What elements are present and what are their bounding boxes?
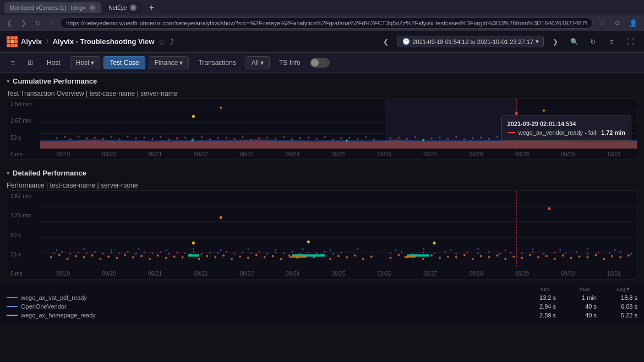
svg-point-95: [116, 257, 118, 259]
app-logo: Alyvix: [7, 36, 42, 47]
finance-dropdown[interactable]: Finance ▾: [149, 56, 189, 69]
home-button[interactable]: ⌂: [47, 18, 56, 28]
legend-header: min max avg▼: [7, 286, 637, 293]
x-label-7: 09/26: [378, 151, 391, 157]
host-label: Host: [47, 59, 61, 67]
svg-point-101: [165, 257, 167, 259]
chart2-inner[interactable]: [40, 191, 637, 268]
menu-button[interactable]: ≡: [604, 35, 619, 49]
logo-grid-icon: [7, 36, 18, 47]
svg-point-109: [231, 258, 233, 260]
next-time-button[interactable]: ❯: [548, 35, 563, 49]
svg-point-121: [329, 258, 331, 260]
star-icon[interactable]: ☆: [159, 37, 166, 46]
legend-row-1[interactable]: OpenOneVendor 2.94 s 40 s 6.08 s: [7, 302, 637, 311]
svg-point-211: [587, 253, 588, 255]
all-dropdown[interactable]: All ▾: [245, 56, 270, 69]
svg-point-144: [529, 254, 531, 256]
svg-point-207: [543, 253, 544, 255]
search-button[interactable]: 🔍: [567, 35, 581, 49]
svg-point-75: [346, 139, 348, 141]
svg-point-225: [302, 248, 304, 250]
view-grid-button[interactable]: ⊞: [23, 56, 37, 70]
svg-point-159: [69, 253, 71, 255]
address-bar-input[interactable]: [60, 18, 593, 29]
extension-button[interactable]: ⚙: [612, 18, 623, 28]
y-label-2: 50 s: [10, 135, 37, 141]
svg-point-77: [192, 115, 195, 118]
transactions-button[interactable]: Transactions: [192, 56, 242, 69]
svg-point-171: [168, 253, 170, 255]
bookmark-button[interactable]: ☆: [597, 18, 608, 28]
x-label-4: 09/23: [240, 151, 254, 157]
svg-rect-245: [289, 256, 305, 257]
chart1-inner[interactable]: + 2021-09-29 02:01:14.534 wego_ax_vendor…: [40, 99, 637, 149]
detailed-section-title: Detailed Performance: [13, 169, 86, 177]
svg-point-160: [78, 251, 79, 253]
legend-row-2[interactable]: wego_ax_homepage_ready 2.59 s 40 s 5.22 …: [7, 311, 637, 320]
tab-1-close[interactable]: ×: [89, 4, 96, 11]
legend-values-0: 13.2 s 1 min 18.8 s: [528, 294, 637, 301]
svg-point-145: [537, 256, 539, 258]
ts-info-button[interactable]: TS Info: [273, 56, 307, 69]
svg-point-152: [594, 254, 597, 256]
svg-point-153: [603, 258, 605, 260]
svg-point-14: [135, 138, 137, 139]
legend-line-1: [7, 306, 18, 307]
svg-point-99: [149, 258, 151, 260]
browser-tab-1[interactable]: Monitored vCenters (1) · Icing× ×: [4, 2, 101, 13]
host-button[interactable]: Host: [41, 56, 67, 69]
host-chevron-icon: ▾: [91, 59, 94, 67]
fullscreen-button[interactable]: ⛶: [623, 35, 637, 49]
new-tab-button[interactable]: +: [144, 1, 159, 15]
x-label-5: 09/24: [286, 151, 299, 157]
svg-point-7: [78, 135, 79, 137]
svg-point-36: [316, 138, 318, 140]
calendar-icon: 🕐: [402, 38, 410, 45]
svg-point-221: [193, 248, 194, 250]
browser-tab-2[interactable]: NetEye ×: [103, 2, 143, 13]
svg-point-112: [255, 254, 258, 256]
svg-point-182: [258, 251, 260, 253]
legend-area: min max avg▼ wego_ax_vat_pdf_ready 13.2 …: [0, 284, 644, 322]
svg-point-192: [340, 251, 342, 253]
x2-label-4: 09/23: [240, 271, 254, 277]
browser-address-bar: ❮ ❯ ↻ ⌂ ☆ ⚙ 👤: [0, 15, 644, 31]
svg-point-179: [234, 253, 236, 255]
all-label: All: [252, 59, 259, 67]
legend-min-1: 2.94 s: [528, 303, 556, 310]
cumulative-collapse-icon[interactable]: ▾: [7, 78, 9, 84]
svg-point-193: [390, 252, 391, 254]
host-dropdown[interactable]: Host ▾: [70, 56, 101, 69]
time-range-selector[interactable]: 🕐 2021-09-18 01:54:12 to 2021-10-01 23:2…: [397, 36, 544, 47]
svg-point-230: [450, 249, 451, 251]
tab-2-close[interactable]: ×: [130, 4, 137, 11]
reload-button[interactable]: ↻: [33, 18, 43, 28]
sidebar-toggle-button[interactable]: ≡: [6, 56, 20, 70]
toggle-switch[interactable]: [310, 58, 330, 68]
svg-point-181: [250, 252, 252, 254]
back-button[interactable]: ❮: [4, 18, 14, 28]
legend-values-1: 2.94 s 40 s 6.08 s: [528, 303, 637, 310]
svg-point-217: [83, 248, 85, 250]
svg-point-190: [324, 251, 326, 253]
account-button[interactable]: 👤: [627, 18, 640, 28]
legend-avg-2: 5.22 s: [610, 312, 637, 319]
y2-label-3: 25 s: [10, 251, 37, 257]
forward-button[interactable]: ❯: [19, 18, 29, 28]
ts-info-label: TS Info: [279, 59, 301, 67]
svg-point-87: [50, 256, 52, 258]
svg-point-155: [619, 256, 621, 258]
browser-tabs: Monitored vCenters (1) · Icing× × NetEye…: [0, 0, 644, 15]
svg-point-54: [472, 138, 473, 139]
share-icon[interactable]: ⤴: [170, 37, 174, 46]
legend-row-0[interactable]: wego_ax_vat_pdf_ready 13.2 s 1 min 18.8 …: [7, 293, 637, 302]
refresh-button[interactable]: ↻: [586, 35, 600, 49]
svg-point-26: [234, 138, 236, 140]
x-label-11: 09/30: [561, 151, 575, 157]
prev-time-button[interactable]: ❮: [379, 35, 393, 49]
test-case-button[interactable]: Test Case: [103, 56, 145, 69]
svg-point-135: [455, 256, 457, 258]
detailed-collapse-icon[interactable]: ▾: [7, 170, 9, 176]
svg-point-35: [308, 137, 309, 139]
